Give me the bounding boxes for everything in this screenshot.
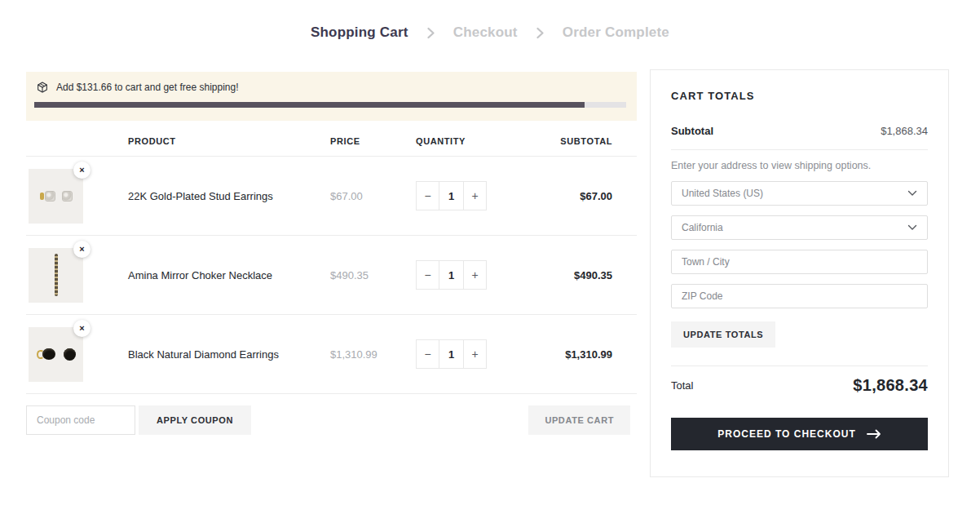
subtotal-value: $1,868.34: [881, 125, 928, 137]
product-image-gold-stud-earrings[interactable]: ×: [29, 169, 83, 224]
shipping-progress-fill: [34, 102, 585, 108]
column-header-product: PRODUCT: [128, 136, 330, 146]
proceed-to-checkout-button[interactable]: PROCEED TO CHECKOUT: [671, 418, 928, 450]
remove-item-button[interactable]: ×: [73, 320, 90, 337]
city-input[interactable]: [671, 250, 928, 274]
proceed-to-checkout-label: PROCEED TO CHECKOUT: [717, 428, 855, 440]
subtotal-label: Subtotal: [671, 125, 713, 137]
line-subtotal: $67.00: [546, 190, 637, 202]
product-name-link[interactable]: 22K Gold-Plated Stud Earrings: [128, 190, 330, 202]
cart-table-header: PRODUCT PRICE QUANTITY SUBTOTAL: [26, 126, 637, 157]
quantity-increase-button[interactable]: +: [463, 339, 487, 369]
line-subtotal: $1,310.99: [546, 348, 637, 361]
chevron-right-icon: [536, 27, 545, 39]
choker-necklace-art: [55, 254, 58, 296]
product-name-link[interactable]: Amina Mirror Choker Necklace: [128, 269, 330, 281]
quantity-decrease-button[interactable]: −: [416, 181, 439, 210]
total-value: $1,868.34: [853, 376, 928, 395]
total-label: Total: [671, 379, 693, 392]
quantity-decrease-button[interactable]: −: [416, 339, 439, 369]
apply-coupon-button[interactable]: APPLY COUPON: [139, 405, 251, 435]
quantity-input[interactable]: 1: [439, 339, 464, 369]
quantity-stepper: − 1 +: [416, 260, 546, 290]
remove-item-button[interactable]: ×: [73, 241, 90, 258]
quantity-input[interactable]: 1: [439, 260, 464, 290]
divider: [671, 365, 928, 366]
cart-main: Add $131.66 to cart and get free shippin…: [26, 72, 637, 435]
divider: [671, 149, 928, 150]
free-shipping-banner: Add $131.66 to cart and get free shippin…: [26, 72, 637, 121]
free-shipping-message: Add $131.66 to cart and get free shippin…: [56, 82, 239, 93]
cart-totals-title: CART TOTALS: [671, 90, 928, 102]
country-select-value: United States (US): [682, 188, 763, 199]
quantity-increase-button[interactable]: +: [463, 181, 487, 210]
country-select[interactable]: United States (US): [671, 181, 928, 206]
breadcrumb: Shopping Cart Checkout Order Complete: [0, 24, 980, 41]
chevron-down-icon: [907, 190, 917, 197]
table-row: × Amina Mirror Choker Necklace $490.35 −…: [26, 236, 637, 315]
cart-table: PRODUCT PRICE QUANTITY SUBTOTAL × 22K Go…: [26, 126, 637, 394]
column-header-price: PRICE: [330, 136, 416, 146]
product-price: $67.00: [330, 190, 416, 202]
update-totals-button[interactable]: UPDATE TOTALS: [671, 321, 775, 348]
product-name-link[interactable]: Black Natural Diamond Earrings: [128, 348, 330, 361]
cart-totals-panel: CART TOTALS Subtotal $1,868.34 Enter you…: [650, 69, 949, 477]
arrow-right-icon: [867, 429, 881, 439]
product-price: $490.35: [330, 269, 416, 281]
column-header-subtotal: SUBTOTAL: [546, 136, 637, 146]
quantity-stepper: − 1 +: [416, 181, 546, 210]
coupon-code-input[interactable]: [26, 405, 135, 435]
state-select-value: California: [682, 222, 723, 233]
breadcrumb-order-complete[interactable]: Order Complete: [563, 24, 669, 41]
gold-stud-earrings-art: [40, 191, 73, 202]
line-subtotal: $490.35: [546, 269, 637, 281]
quantity-increase-button[interactable]: +: [463, 260, 487, 290]
package-icon: [36, 81, 49, 94]
column-header-quantity: QUANTITY: [416, 136, 546, 146]
product-price: $1,310.99: [330, 348, 416, 361]
coupon-row: APPLY COUPON UPDATE CART: [26, 405, 637, 435]
table-row: × Black Natural Diamond Earrings $1,310.…: [26, 315, 637, 394]
subtotal-row: Subtotal $1,868.34: [671, 125, 928, 137]
remove-item-button[interactable]: ×: [73, 162, 90, 179]
chevron-down-icon: [907, 224, 917, 231]
zip-input[interactable]: [671, 284, 928, 308]
breadcrumb-checkout[interactable]: Checkout: [453, 24, 518, 41]
breadcrumb-shopping-cart[interactable]: Shopping Cart: [311, 24, 408, 41]
update-cart-button[interactable]: UPDATE CART: [528, 405, 630, 435]
quantity-input[interactable]: 1: [439, 181, 464, 210]
shipping-address-note: Enter your address to view shipping opti…: [671, 160, 928, 171]
product-image-choker-necklace[interactable]: ×: [29, 248, 83, 303]
total-row: Total $1,868.34: [671, 376, 928, 395]
quantity-stepper: − 1 +: [416, 339, 546, 369]
product-image-black-diamond-earrings[interactable]: ×: [29, 327, 83, 382]
shipping-progress-track: [34, 102, 626, 108]
black-diamond-earrings-art: [37, 348, 76, 361]
state-select[interactable]: California: [671, 215, 928, 240]
table-row: × 22K Gold-Plated Stud Earrings $67.00 −…: [26, 157, 637, 236]
quantity-decrease-button[interactable]: −: [416, 260, 439, 290]
chevron-right-icon: [426, 27, 435, 39]
